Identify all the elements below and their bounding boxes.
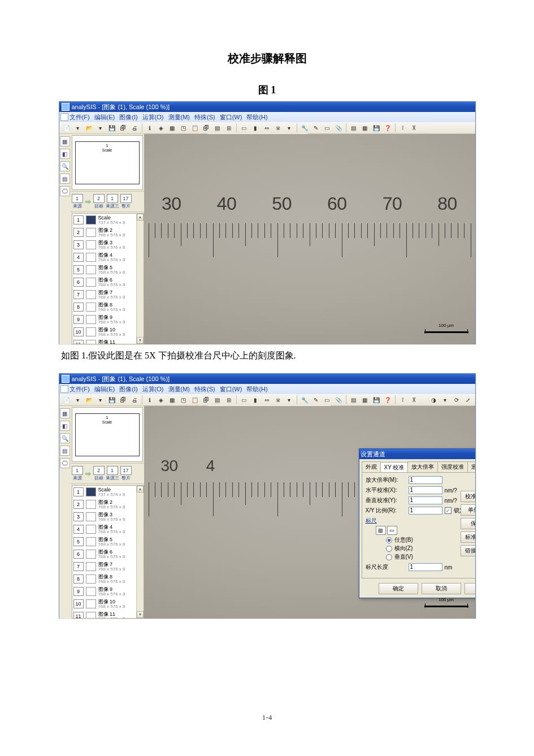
toolbar-button-6[interactable]: 🖨 (129, 123, 140, 133)
orient-any-icon[interactable]: ▧ (376, 526, 386, 535)
list-item[interactable]: 5图像 5768 x 576 x 8 (72, 263, 144, 276)
radio-icon[interactable] (386, 546, 392, 552)
list-item[interactable]: 11图像 11768 x 576 x 8 (72, 610, 144, 619)
toolbar-right-2[interactable]: ⟳ (451, 395, 462, 405)
toolbar-button-30[interactable]: 💾 (371, 395, 381, 405)
list-item[interactable]: 1Scale737 x 574 x 8 (72, 214, 144, 226)
scrollbar[interactable]: ▴ ▾ (136, 486, 144, 618)
list-item[interactable]: 4图像 4768 x 576 x 8 (72, 251, 144, 263)
list-item[interactable]: 6图像 6768 x 576 x 8 (72, 276, 144, 288)
toolbar-extra-a[interactable]: ⟟ (398, 123, 408, 133)
toolbar-button-20[interactable]: ※ (273, 123, 283, 133)
toolbar-button-10[interactable]: ▦ (167, 123, 177, 133)
menu-help[interactable]: 帮助(H) (246, 113, 267, 122)
toolbar-button-11[interactable]: ◳ (179, 395, 189, 405)
list-item[interactable]: 3图像 3768 x 576 x 8 (72, 511, 144, 523)
vbtn-panel-icon[interactable]: ◧ (60, 421, 70, 431)
toolbar-button-8[interactable]: ℹ (145, 395, 155, 405)
menu-calc[interactable]: 运算(O) (142, 385, 164, 394)
list-item[interactable]: 10图像 10768 x 576 x 8 (72, 326, 144, 338)
image-list[interactable]: 1Scale737 x 574 x 82图像 2768 x 576 x 83图像… (72, 213, 144, 344)
toolbar-button-2[interactable]: 📂 (84, 395, 94, 405)
list-item[interactable]: 9图像 9768 x 576 x 8 (72, 313, 144, 326)
vbtn-monitor-icon[interactable]: 🖵 (60, 186, 70, 196)
toolbar-button-5[interactable]: 🗐 (118, 123, 128, 133)
dialog-side-button-1[interactable]: 单位(U)... (461, 504, 475, 516)
toolbar-button-1[interactable]: ▾ (73, 123, 83, 133)
toolbar-button-25[interactable]: ▭ (322, 395, 332, 405)
toolbar-button-2[interactable]: 📂 (84, 123, 94, 133)
toolbar-button-9[interactable]: ◈ (156, 123, 166, 133)
menu-image[interactable]: 图像(I) (119, 113, 137, 122)
toolbar-button-8[interactable]: ℹ (145, 123, 155, 133)
panel-tab-0[interactable]: 1来源 (72, 466, 83, 481)
list-item[interactable]: 5图像 5768 x 576 x 8 (72, 535, 144, 548)
toolbar-button-30[interactable]: 💾 (371, 123, 381, 133)
toolbar-button-28[interactable]: ▤ (349, 123, 359, 133)
vbtn-search-icon[interactable]: 🔍 (60, 433, 70, 443)
list-item[interactable]: 2图像 2768 x 576 x 8 (72, 498, 144, 511)
panel-tab-2[interactable]: 2目标 (93, 466, 105, 481)
toolbar-right-3[interactable]: ⤢ (463, 395, 473, 405)
dialog-tab-2[interactable]: 放大倍率 (407, 461, 438, 472)
toolbar-button-26[interactable]: 📎 (333, 395, 344, 405)
menu-calc[interactable]: 运算(O) (142, 113, 164, 122)
toolbar-button-17[interactable]: ▭ (239, 123, 249, 133)
toolbar-button-31[interactable]: ❓ (383, 395, 393, 405)
scroll-up-icon[interactable]: ▴ (137, 486, 144, 493)
menu-file[interactable]: 文件(F) (70, 385, 90, 394)
thumbnail[interactable]: 1 Scale (75, 141, 140, 184)
menu-special[interactable]: 特殊(S) (194, 113, 215, 122)
list-item[interactable]: 8图像 8768 x 576 x 8 (72, 301, 144, 313)
input-ratio[interactable]: 1 (409, 507, 442, 515)
dialog-side-button-0[interactable]: 校准测量(C) (461, 491, 475, 502)
toolbar-button-6[interactable]: 🖨 (129, 395, 140, 405)
dialog-tab-0[interactable]: 外观 (362, 461, 381, 472)
toolbar-button-12[interactable]: 📋 (190, 395, 200, 405)
menu-window[interactable]: 窗口(W) (220, 113, 242, 122)
ok-button[interactable]: 确定 (379, 583, 418, 594)
vbtn-grid-icon[interactable]: ▦ (60, 408, 70, 418)
vbtn-monitor-icon[interactable]: 🖵 (60, 458, 70, 468)
menu-special[interactable]: 特殊(S) (194, 385, 215, 394)
help-button[interactable]: 帮助 (464, 583, 475, 594)
panel-tab-4[interactable]: 17整片 (120, 194, 132, 209)
toolbar-button-14[interactable]: ▤ (212, 395, 223, 405)
image-viewport[interactable]: 30480 100 µm 设置通道 ✕ 外观XY 校准放大倍率强度校准宏信号 (144, 406, 475, 619)
menu-measure[interactable]: 测量(M) (168, 113, 190, 122)
toolbar-extra-b[interactable]: ⊼ (409, 395, 419, 405)
toolbar-button-9[interactable]: ◈ (156, 395, 166, 405)
toolbar-button-12[interactable]: 📋 (190, 123, 200, 133)
toolbar-button-15[interactable]: ⊞ (224, 395, 234, 405)
input-magnification[interactable]: 1 (409, 476, 442, 484)
input-scale-length[interactable]: 1 (409, 563, 442, 571)
list-item[interactable]: 11图像 11768 x 576 x 8 (72, 338, 144, 344)
vbtn-panel-icon[interactable]: ◧ (60, 149, 70, 159)
image-list[interactable]: 1Scale737 x 574 x 82图像 2768 x 576 x 83图像… (72, 485, 144, 619)
input-vertical[interactable]: 1 (409, 496, 442, 504)
toolbar-button-21[interactable]: ▾ (284, 123, 294, 133)
toolbar-button-23[interactable]: 🔧 (299, 395, 310, 405)
toolbar-button-17[interactable]: ▭ (239, 395, 249, 405)
toolbar-button-19[interactable]: ⇔ (262, 395, 272, 405)
toolbar-button-14[interactable]: ▤ (212, 123, 223, 133)
toolbar-button-29[interactable]: ▦ (360, 395, 370, 405)
toolbar-button-13[interactable]: 🗐 (201, 123, 211, 133)
vbtn-grid-icon[interactable]: ▦ (60, 136, 70, 146)
toolbar-button-28[interactable]: ▤ (349, 395, 359, 405)
input-horizontal[interactable]: 1 (409, 486, 442, 494)
toolbar-button-5[interactable]: 🗐 (118, 395, 128, 405)
toolbar-button-19[interactable]: ⇔ (262, 123, 272, 133)
vbtn-search-icon[interactable]: 🔍 (60, 161, 70, 171)
toolbar-button-3[interactable]: ▾ (95, 395, 106, 405)
toolbar-button-10[interactable]: ▦ (167, 395, 177, 405)
dialog-titlebar[interactable]: 设置通道 ✕ (359, 449, 475, 459)
list-item[interactable]: 8图像 8768 x 576 x 8 (72, 573, 144, 585)
toolbar-button-18[interactable]: ▮ (250, 123, 261, 133)
menu-help[interactable]: 帮助(H) (246, 385, 267, 394)
scroll-up-icon[interactable]: ▴ (137, 214, 144, 221)
scroll-down-icon[interactable]: ▾ (137, 611, 144, 618)
toolbar-button-26[interactable]: 📎 (333, 123, 344, 133)
list-item[interactable]: 1Scale737 x 574 x 8 (72, 486, 144, 498)
menu-edit[interactable]: 编辑(E) (94, 113, 115, 122)
